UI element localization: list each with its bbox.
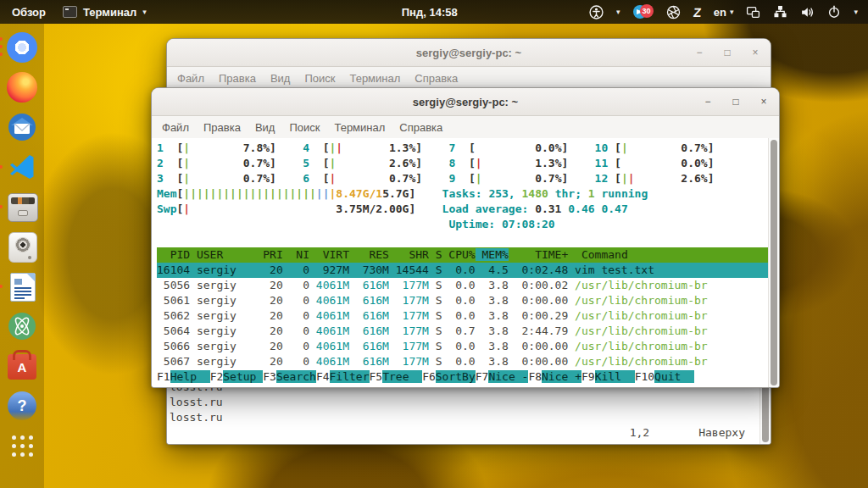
- menu-help[interactable]: Справка: [399, 121, 442, 134]
- uptime-line: Uptime: 07:08:20: [157, 217, 769, 232]
- process-table-header[interactable]: PID USER PRI NI VIRT RES SHR S CPU% MEM%…: [157, 247, 769, 263]
- chevron-down-icon[interactable]: ▾: [854, 8, 858, 16]
- menu-search[interactable]: Поиск: [289, 121, 320, 134]
- fkey[interactable]: F9: [581, 370, 595, 383]
- fkey-label-sortby[interactable]: SortBy: [436, 370, 476, 383]
- dock-item-toolbox[interactable]: A: [7, 351, 37, 381]
- menu-edit[interactable]: Правка: [219, 72, 256, 85]
- titlebar[interactable]: sergiy@sergiy-pc: ~ − □ ×: [167, 39, 771, 67]
- help-icon: ?: [8, 391, 36, 420]
- dock-item-media-player[interactable]: [7, 231, 37, 262]
- chevron-down-icon[interactable]: ▾: [616, 8, 620, 16]
- menu-view[interactable]: Вид: [270, 72, 291, 85]
- fkey-label-quit[interactable]: Quit: [654, 370, 694, 383]
- fkey-label-nice-plus[interactable]: Nice +: [542, 370, 581, 383]
- close-button[interactable]: ×: [757, 96, 771, 108]
- z-app-tray-icon[interactable]: Z: [693, 5, 702, 19]
- shutter-icon[interactable]: [666, 5, 681, 19]
- atom-icon: [7, 311, 37, 341]
- vim-statusline: 1,2 Наверху: [170, 425, 759, 441]
- fkey[interactable]: F3: [263, 370, 276, 383]
- fkey[interactable]: F4: [316, 370, 330, 383]
- process-row[interactable]: 5067 sergiy 20 0 4061M 616M 177M S 0.0 3…: [157, 354, 769, 369]
- vim-cursor-position: 1,2: [630, 425, 649, 441]
- fkey[interactable]: F6: [422, 370, 436, 383]
- activities-button[interactable]: Обзор: [12, 6, 46, 19]
- chevron-down-icon: ▾: [730, 8, 734, 16]
- chromium-icon: [7, 32, 37, 63]
- cpu-meters-row-3: 3 [| 0.7%] 6 [| 0.7%] 9 [| 0.7%] 12 [|| …: [157, 171, 769, 186]
- menu-file[interactable]: Файл: [177, 72, 204, 85]
- keyboard-layout[interactable]: en ▾: [714, 6, 734, 19]
- running-indicator: [0, 205, 3, 208]
- fkey[interactable]: F8: [528, 370, 542, 383]
- vim-line: losst.ru: [170, 395, 759, 410]
- fkey[interactable]: F1: [157, 370, 170, 383]
- desktop: Обзор Терминал ▾ Пнд, 14:58 ▾ 30 Z: [0, 0, 868, 488]
- process-row[interactable]: 5062 sergiy 20 0 4061M 616M 177M S 0.0 3…: [157, 308, 769, 324]
- fkey-label-nice-minus[interactable]: Nice -: [488, 370, 528, 383]
- fkey-label-help[interactable]: Help: [170, 370, 210, 383]
- menu-help[interactable]: Справка: [415, 72, 458, 85]
- network-wired-icon[interactable]: [773, 5, 787, 19]
- scrollbar[interactable]: [768, 138, 779, 387]
- volume-icon[interactable]: [800, 5, 815, 19]
- process-row-selected[interactable]: 16104 sergiy 20 0 927M 730M 14544 S 0.0 …: [157, 263, 769, 278]
- toolbox-icon: A: [8, 354, 36, 380]
- minimize-button[interactable]: −: [693, 47, 706, 58]
- messenger-tray-icon[interactable]: 30: [633, 3, 654, 20]
- show-apps-button[interactable]: [7, 430, 37, 461]
- sort-column-mem[interactable]: MEM%: [476, 248, 509, 261]
- app-menu[interactable]: Терминал ▾: [63, 6, 147, 19]
- dock-item-help[interactable]: ?: [7, 391, 37, 421]
- running-indicator: [0, 37, 3, 41]
- menu-edit[interactable]: Правка: [203, 121, 241, 134]
- fkey[interactable]: F7: [476, 370, 489, 383]
- fkey-label-tree[interactable]: Tree: [382, 370, 422, 383]
- speaker-icon: [8, 232, 37, 263]
- fkey-label-setup[interactable]: Setup: [223, 370, 263, 383]
- vim-scroll-position: Наверху: [698, 425, 745, 441]
- process-row[interactable]: 5066 sergiy 20 0 4061M 616M 177M S 0.0 3…: [157, 339, 769, 354]
- menu-terminal[interactable]: Терминал: [349, 72, 400, 85]
- top-bar: Обзор Терминал ▾ Пнд, 14:58 ▾ 30 Z: [0, 0, 868, 24]
- menu-bar: Файл Правка Вид Поиск Терминал Справка: [167, 67, 771, 90]
- process-row[interactable]: 5056 sergiy 20 0 4061M 616M 177M S 0.0 3…: [157, 278, 769, 293]
- menu-file[interactable]: Файл: [162, 121, 189, 134]
- dock-item-atom-app[interactable]: [7, 311, 37, 341]
- fkey[interactable]: F5: [370, 370, 383, 383]
- fkey[interactable]: F10: [635, 370, 654, 383]
- dock-item-thunderbird[interactable]: [7, 112, 37, 142]
- fkey-label-filter[interactable]: Filter: [330, 370, 370, 383]
- process-row[interactable]: 5061 sergiy 20 0 4061M 616M 177M S 0.0 3…: [157, 293, 769, 308]
- thunderbird-icon: [7, 112, 37, 142]
- firefox-icon: [7, 72, 37, 103]
- maximize-button[interactable]: □: [721, 47, 734, 58]
- notification-badge: 30: [640, 4, 654, 18]
- fkey-label-search[interactable]: Search: [276, 370, 316, 383]
- fkey[interactable]: F2: [210, 370, 224, 383]
- power-icon[interactable]: [827, 5, 841, 19]
- dock-item-file-cabinet[interactable]: [7, 191, 37, 222]
- menu-terminal[interactable]: Терминал: [334, 121, 385, 134]
- running-indicator: [0, 285, 3, 288]
- dock-item-libreoffice-writer[interactable]: [7, 271, 37, 302]
- terminal-window-front[interactable]: sergiy@sergiy-pc: ~ − □ × Файл Правка Ви…: [151, 87, 780, 388]
- dock-item-chromium[interactable]: [7, 32, 37, 63]
- maximize-button[interactable]: □: [729, 96, 743, 108]
- dock-item-firefox[interactable]: [7, 72, 37, 103]
- dock: A ?: [0, 24, 44, 488]
- dock-item-vscode[interactable]: [7, 152, 37, 182]
- screen-share-icon[interactable]: [746, 5, 760, 19]
- minimize-button[interactable]: −: [701, 96, 715, 108]
- swap-meter-and-load: Swp[| 3.75M/2.00G] Load average: 0.31 0.…: [157, 202, 769, 217]
- clock[interactable]: Пнд, 14:58: [402, 0, 458, 24]
- menu-search[interactable]: Поиск: [304, 72, 335, 85]
- menu-view[interactable]: Вид: [255, 121, 275, 134]
- accessibility-icon[interactable]: [589, 5, 604, 19]
- process-row[interactable]: 5064 sergiy 20 0 4061M 616M 177M S 0.7 3…: [157, 324, 769, 339]
- cpu-meters-row-2: 2 [| 0.7%] 5 [| 2.6%] 8 [| 1.3%] 11 [ 0.…: [157, 156, 769, 171]
- fkey-label-kill[interactable]: Kill: [595, 370, 635, 383]
- close-button[interactable]: ×: [748, 47, 762, 58]
- titlebar[interactable]: sergiy@sergiy-pc: ~ − □ ×: [152, 88, 779, 116]
